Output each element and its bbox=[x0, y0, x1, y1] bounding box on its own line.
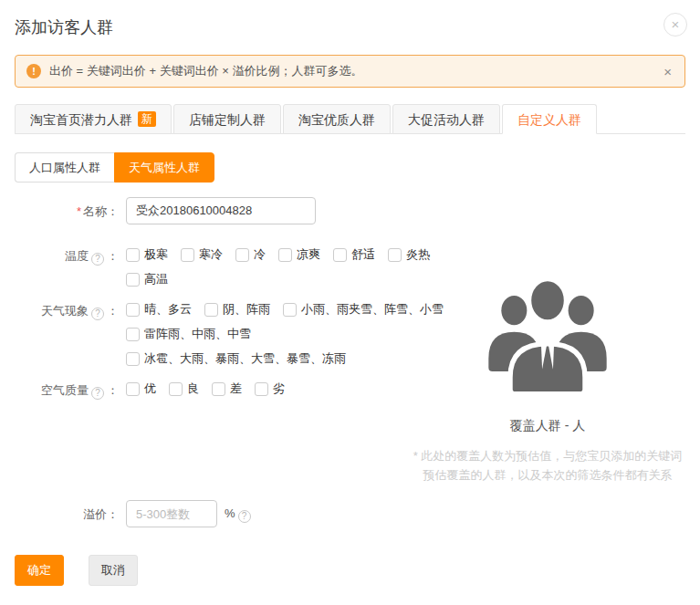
weather-label: 天气现象?： bbox=[15, 301, 119, 375]
checkbox-option[interactable]: 雷阵雨、中雨、中雪 bbox=[126, 326, 251, 342]
tab-label: 淘宝优质人群 bbox=[298, 105, 375, 134]
page-title: 添加访客人群 bbox=[15, 13, 113, 38]
help-icon[interactable]: ? bbox=[238, 510, 251, 523]
dialog-footer: 确定 取消 bbox=[15, 555, 685, 586]
tab-taobao-quality[interactable]: 淘宝优质人群 bbox=[283, 104, 391, 134]
checkbox-label: 极寒 bbox=[144, 246, 168, 263]
temperature-options: 极寒寒冷冷凉爽舒适炎热高温 bbox=[119, 246, 443, 296]
sub-tabs: 人口属性人群天气属性人群 bbox=[15, 152, 685, 183]
checkbox-option[interactable]: 优 bbox=[126, 381, 156, 397]
alert-close-icon[interactable]: × bbox=[662, 64, 674, 79]
checkbox-option[interactable]: 阴、阵雨 bbox=[204, 301, 270, 318]
tab-label: 淘宝首页潜力人群 bbox=[30, 105, 132, 134]
air-quality-options: 优良差劣 bbox=[119, 381, 298, 405]
checkbox-label: 晴、多云 bbox=[144, 301, 192, 318]
premium-row: 溢价： %? bbox=[15, 500, 685, 527]
tab-store-custom[interactable]: 店铺定制人群 bbox=[173, 104, 281, 134]
checkbox-line: 冰雹、大雨、暴雨、大雪、暴雪、冻雨 bbox=[126, 350, 456, 367]
checkbox-label: 炎热 bbox=[406, 246, 430, 263]
checkbox-icon[interactable] bbox=[126, 382, 140, 396]
dialog-header: 添加访客人群 × bbox=[15, 13, 685, 38]
checkbox-icon[interactable] bbox=[126, 273, 140, 287]
premium-label: 溢价： bbox=[15, 500, 119, 527]
checkbox-option[interactable]: 劣 bbox=[255, 381, 285, 397]
checkbox-label: 雷阵雨、中雨、中雪 bbox=[144, 326, 251, 342]
checkbox-option[interactable]: 差 bbox=[212, 381, 242, 397]
checkbox-label: 劣 bbox=[273, 381, 285, 397]
coverage-panel: 覆盖人群 - 人 * 此处的覆盖人数为预估值，与您宝贝添加的关键词预估覆盖的人群… bbox=[411, 270, 684, 485]
temperature-label: 温度?： bbox=[15, 246, 119, 296]
checkbox-line: 晴、多云阴、阵雨小雨、雨夹雪、阵雪、小雪 bbox=[126, 301, 456, 318]
checkbox-option[interactable]: 冰雹、大雨、暴雨、大雪、暴雪、冻雨 bbox=[126, 350, 346, 367]
checkbox-label: 差 bbox=[230, 381, 242, 397]
checkbox-icon[interactable] bbox=[126, 328, 140, 341]
checkbox-option[interactable]: 极寒 bbox=[126, 246, 168, 263]
checkbox-label: 阴、阵雨 bbox=[223, 301, 270, 318]
help-icon[interactable]: ? bbox=[91, 387, 104, 400]
tab-label: 大促活动人群 bbox=[408, 105, 485, 134]
help-icon[interactable]: ? bbox=[91, 253, 104, 266]
new-badge: 新 bbox=[138, 111, 156, 127]
coverage-count-label: 覆盖人群 - 人 bbox=[411, 418, 684, 434]
checkbox-icon[interactable] bbox=[235, 248, 249, 262]
tab-label: 自定义人群 bbox=[517, 105, 581, 134]
subtab-weather[interactable]: 天气属性人群 bbox=[114, 152, 214, 183]
checkbox-line: 雷阵雨、中雨、中雪 bbox=[126, 326, 456, 342]
checkbox-option[interactable]: 炎热 bbox=[388, 246, 430, 263]
checkbox-icon[interactable] bbox=[388, 248, 402, 262]
people-group-icon bbox=[411, 270, 684, 398]
confirm-button[interactable]: 确定 bbox=[15, 555, 64, 586]
checkbox-label: 高温 bbox=[144, 271, 168, 287]
tab-promotion-activity[interactable]: 大促活动人群 bbox=[392, 104, 500, 134]
checkbox-option[interactable]: 良 bbox=[169, 381, 199, 397]
checkbox-icon[interactable] bbox=[333, 248, 347, 262]
alert-text: 出价 = 关键词出价 + 关键词出价 × 溢价比例；人群可多选。 bbox=[49, 63, 362, 79]
checkbox-icon[interactable] bbox=[204, 303, 218, 317]
checkbox-option[interactable]: 冷 bbox=[235, 246, 266, 263]
checkbox-icon[interactable] bbox=[283, 303, 297, 317]
subtab-demographic[interactable]: 人口属性人群 bbox=[15, 152, 114, 183]
weather-options: 晴、多云阴、阵雨小雨、雨夹雪、阵雪、小雪雷阵雨、中雨、中雪冰雹、大雨、暴雨、大雪… bbox=[119, 301, 456, 375]
name-row: *名称： bbox=[15, 197, 685, 224]
main-tabs: 淘宝首页潜力人群新店铺定制人群淘宝优质人群大促活动人群自定义人群 bbox=[15, 104, 685, 134]
checkbox-icon[interactable] bbox=[169, 382, 183, 396]
coverage-note: * 此处的覆盖人数为预估值，与您宝贝添加的关键词预估覆盖的人群，以及本次的筛选条… bbox=[411, 446, 684, 485]
checkbox-label: 优 bbox=[144, 381, 156, 397]
checkbox-label: 舒适 bbox=[351, 246, 375, 263]
required-asterisk: * bbox=[77, 204, 81, 218]
checkbox-label: 冷 bbox=[254, 246, 266, 263]
checkbox-icon[interactable] bbox=[278, 248, 292, 262]
tab-custom[interactable]: 自定义人群 bbox=[502, 104, 597, 134]
checkbox-icon[interactable] bbox=[126, 352, 140, 366]
checkbox-line: 高温 bbox=[126, 271, 443, 287]
help-icon[interactable]: ? bbox=[91, 308, 104, 320]
air-quality-label: 空气质量?： bbox=[15, 381, 119, 405]
checkbox-label: 良 bbox=[187, 381, 199, 397]
checkbox-option[interactable]: 晴、多云 bbox=[126, 301, 192, 318]
cancel-button[interactable]: 取消 bbox=[89, 555, 138, 586]
bid-formula-alert: ! 出价 = 关键词出价 + 关键词出价 × 溢价比例；人群可多选。 × bbox=[15, 55, 685, 88]
checkbox-label: 寒冷 bbox=[199, 246, 223, 263]
checkbox-line: 优良差劣 bbox=[126, 381, 298, 397]
checkbox-icon[interactable] bbox=[212, 382, 225, 396]
checkbox-line: 极寒寒冷冷凉爽舒适炎热 bbox=[126, 246, 443, 263]
checkbox-icon[interactable] bbox=[126, 303, 140, 317]
audience-name-input[interactable] bbox=[126, 197, 316, 224]
checkbox-icon[interactable] bbox=[126, 248, 140, 262]
name-label: *名称： bbox=[15, 197, 119, 224]
tab-label: 店铺定制人群 bbox=[189, 105, 266, 134]
premium-input[interactable] bbox=[126, 500, 217, 527]
dialog-close-icon[interactable]: × bbox=[663, 13, 687, 37]
checkbox-label: 冰雹、大雨、暴雨、大雪、暴雪、冻雨 bbox=[144, 350, 346, 367]
checkbox-icon[interactable] bbox=[181, 248, 194, 262]
checkbox-option[interactable]: 寒冷 bbox=[181, 246, 223, 263]
tab-taobao-homepage-potential[interactable]: 淘宝首页潜力人群新 bbox=[15, 104, 172, 134]
checkbox-option[interactable]: 高温 bbox=[126, 271, 168, 287]
alert-exclamation-icon: ! bbox=[26, 64, 41, 78]
checkbox-icon[interactable] bbox=[255, 382, 268, 396]
checkbox-option[interactable]: 舒适 bbox=[333, 246, 375, 263]
checkbox-label: 凉爽 bbox=[297, 246, 320, 263]
checkbox-option[interactable]: 凉爽 bbox=[278, 246, 320, 263]
premium-unit: %? bbox=[225, 500, 254, 527]
